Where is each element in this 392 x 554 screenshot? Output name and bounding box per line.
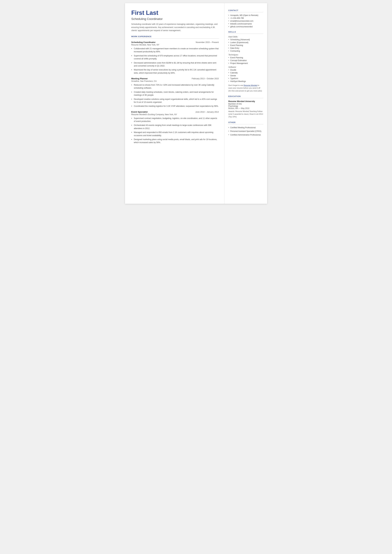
- list-item: email@resumeworded.com: [228, 20, 263, 22]
- work-experience-divider: [131, 38, 219, 39]
- job-3-title: Event Specialist: [131, 111, 148, 113]
- resume-worded-promo: Don't forget to use Resume Worded to sca…: [228, 84, 263, 92]
- hard-skills-label: Hard Skills:: [228, 36, 263, 38]
- techniques-list: Event Planning Concept Estimation Projec…: [228, 56, 263, 64]
- resume-worded-pre-text: Don't forget to use: [228, 84, 244, 86]
- edu-awards: Awards: Resume Worded Teaching Fellow (o…: [228, 110, 263, 118]
- skills-section: SKILLS Hard Skills: Scheduling (Advanced…: [228, 31, 263, 92]
- techniques-label: Techniques:: [228, 54, 263, 56]
- job-3-header: Event Specialist June 2010 – January 201…: [131, 111, 219, 113]
- skills-divider: [228, 34, 263, 34]
- job-1-title: Scheduling Coordinator: [131, 41, 156, 43]
- list-item: Decreased administrative costs from $10M…: [131, 61, 219, 68]
- list-item: Supervised the scheduling of 670 employe…: [131, 54, 219, 61]
- list-item: Coordinated the meeting logistics for 3.…: [131, 105, 219, 108]
- list-item: Created daily meeting schedules, room bl…: [131, 91, 219, 97]
- resume-page: First Last Scheduling Coordinator Schedu…: [125, 3, 267, 204]
- list-item: linkedin.com/in/username: [228, 23, 263, 25]
- job-2-dates: February 2013 – October 2015: [192, 77, 219, 80]
- other-divider: [228, 124, 263, 124]
- hard-skills-list: Scheduling (Advanced) Looker (Experience…: [228, 39, 263, 52]
- list-item: Scheduling (Advanced): [228, 39, 263, 41]
- list-item: Collaborated with 21 management team mem…: [131, 47, 219, 53]
- contact-label: CONTACT: [228, 9, 263, 11]
- software-list: Doodle Calendly Genee Typeform HubSpot M…: [228, 69, 263, 83]
- list-item: Personal Assistant Specialist (CPAS).: [228, 130, 263, 133]
- edu-school: Resume Worded University: [228, 100, 263, 103]
- job-1-company: Resume Worded, New York, NY: [131, 44, 219, 46]
- candidate-title: Scheduling Coordinator: [131, 17, 219, 21]
- job-3-company: Resume Worded's Exciting Company, New Yo…: [131, 113, 219, 116]
- list-item: Managed and responded to 850 emails from…: [131, 131, 219, 137]
- work-experience-label: WORK EXPERIENCE: [131, 35, 219, 37]
- list-item: Supervised contract negotiation, budgeti…: [131, 117, 219, 123]
- other-label: OTHER: [228, 121, 263, 123]
- edu-degree: Bachelor of Arts: [228, 103, 263, 105]
- job-1-bullets: Collaborated with 21 management team mem…: [131, 47, 219, 75]
- other-list: Certified Meeting Professional. Personal…: [228, 126, 263, 136]
- resume-worded-link[interactable]: Resume Worded: [244, 84, 257, 86]
- list-item: Contracting: [228, 50, 263, 52]
- job-3-bullets: Supervised contract negotiation, budgeti…: [131, 117, 219, 144]
- education-label: EDUCATION: [228, 95, 263, 97]
- list-item: Concept Estimation: [228, 59, 263, 62]
- job-2-bullets: Reduced no-shows from 72% to <10% and in…: [131, 84, 219, 108]
- list-item: Certified Administrative Professional.: [228, 133, 263, 136]
- list-item: Annapolis, MD (Open to Remote): [228, 14, 263, 16]
- left-column: First Last Scheduling Coordinator Schedu…: [125, 3, 224, 204]
- software-label: Software:: [228, 66, 263, 68]
- list-item: github.com/resumeworded: [228, 26, 263, 28]
- right-column: CONTACT Annapolis, MD (Open to Remote) +…: [224, 3, 267, 204]
- job-1-dates: November 2015 – Present: [196, 41, 219, 43]
- candidate-summary: Scheduling coordinator with 10 years of …: [131, 23, 219, 32]
- edu-location: Boston, MA — May 2010: [228, 107, 263, 109]
- list-item: Calendly: [228, 72, 263, 74]
- list-item: Orchestrated 43 events ranging from smal…: [131, 124, 219, 130]
- list-item: Designed marketing plans using social me…: [131, 138, 219, 144]
- other-section: OTHER Certified Meeting Professional. Pe…: [228, 121, 263, 136]
- list-item: Event Planning: [228, 56, 263, 59]
- list-item: Typeform: [228, 77, 263, 80]
- contact-list: Annapolis, MD (Open to Remote) +1-234-45…: [228, 14, 263, 28]
- education-divider: [228, 98, 263, 98]
- job-3-dates: June 2010 – January 2013: [195, 111, 219, 113]
- education-section: EDUCATION Resume Worded University Bache…: [228, 95, 263, 118]
- software-block: Software: Doodle Calendly Genee Typeform…: [228, 66, 263, 83]
- list-item: Maximized the day of senior executives b…: [131, 68, 219, 75]
- hard-skills-block: Hard Skills: Scheduling (Advanced) Looke…: [228, 36, 263, 52]
- techniques-block: Techniques: Event Planning Concept Estim…: [228, 54, 263, 64]
- contact-section: CONTACT Annapolis, MD (Open to Remote) +…: [228, 9, 263, 28]
- list-item: Reduced no-shows from 72% to <10% and in…: [131, 84, 219, 90]
- contact-divider: [228, 12, 263, 12]
- list-item: Data Entry: [228, 47, 263, 49]
- list-item: HubSpot Meetings: [228, 80, 263, 83]
- job-1-header: Scheduling Coordinator November 2015 – P…: [131, 41, 219, 43]
- skills-label: SKILLS: [228, 31, 263, 33]
- job-2-header: Meeting Planner February 2013 – October …: [131, 77, 219, 80]
- list-item: Genee: [228, 75, 263, 77]
- list-item: Event Planning: [228, 44, 263, 46]
- job-2-title: Meeting Planner: [131, 77, 148, 80]
- list-item: Doodle: [228, 69, 263, 71]
- job-2-company: Growthsi, San Francisco, CA: [131, 80, 219, 82]
- list-item: Project Management: [228, 62, 263, 64]
- list-item: +1-234-456-789: [228, 17, 263, 19]
- list-item: Developed creative solutions using exper…: [131, 98, 219, 104]
- edu-field: Psychology: [228, 105, 263, 107]
- candidate-name: First Last: [131, 9, 219, 16]
- list-item: Looker (Experienced): [228, 41, 263, 44]
- list-item: Certified Meeting Professional.: [228, 126, 263, 129]
